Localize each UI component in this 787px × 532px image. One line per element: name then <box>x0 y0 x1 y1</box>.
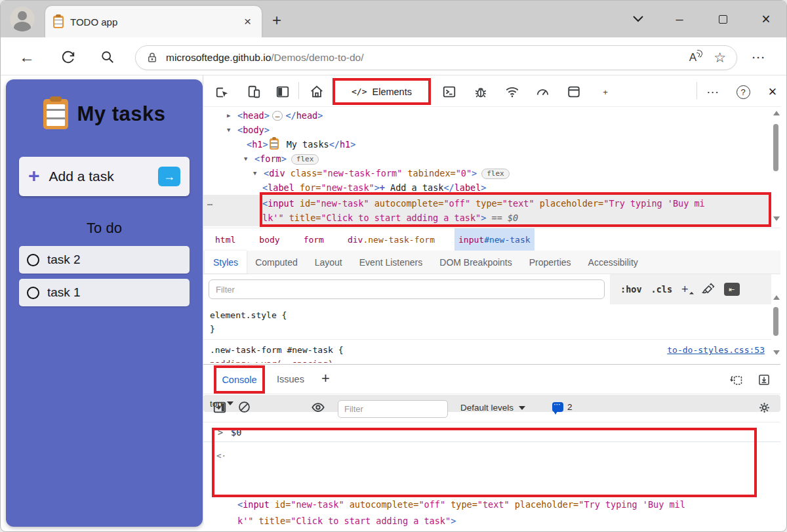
maximize-button[interactable] <box>712 10 734 28</box>
task-item[interactable]: task 2 <box>19 246 190 274</box>
tab-computed[interactable]: Computed <box>247 251 306 274</box>
breadcrumb-item[interactable]: div.new-task-form <box>344 228 439 251</box>
task-checkbox[interactable] <box>27 287 39 299</box>
console-messages-badge[interactable]: 2 <box>552 402 573 412</box>
tree-expander-icon[interactable]: ▼ <box>244 152 247 166</box>
console-drawer: Console Issues + top <box>203 364 780 523</box>
css-rule-selector[interactable]: .new-task-form #new-task { <box>210 343 344 357</box>
new-style-rule-icon[interactable]: + <box>681 283 693 297</box>
task-checkbox[interactable] <box>27 254 39 266</box>
brush-icon[interactable] <box>702 283 715 296</box>
tree-expander-icon[interactable]: ▼ <box>253 166 256 180</box>
new-tab-button[interactable]: + <box>272 11 281 30</box>
tab-accessibility[interactable]: Accessibility <box>580 251 647 274</box>
tab-issues[interactable]: Issues <box>277 365 304 394</box>
drawer-more-tabs-icon[interactable]: + <box>321 370 330 387</box>
dom-tree-scrollbar[interactable] <box>771 108 780 228</box>
task-item[interactable]: task 1 <box>19 279 190 306</box>
console-output: > $0 <· <input id="new-task" autocomplet… <box>203 422 780 524</box>
profile-avatar[interactable] <box>10 7 35 31</box>
computed-sidebar-toggle-icon[interactable]: ⇤ <box>724 283 740 296</box>
tab-strip: TODO app × + – × <box>1 1 787 37</box>
tab-list-chevron-icon[interactable] <box>627 10 649 28</box>
network-conditions-icon[interactable] <box>502 82 522 102</box>
task-label: task 1 <box>47 285 81 300</box>
dock-side-icon[interactable] <box>273 82 293 102</box>
return-value-icon: <· <box>216 447 226 464</box>
styles-filter-row: :hov .cls + ⇤ <box>203 274 780 304</box>
dom-row-actions-icon[interactable]: … <box>207 195 213 209</box>
navigation-bar: ← microsoftedge.github.io/Demos/demo-to-… <box>1 37 787 75</box>
expand-drawer-icon[interactable] <box>756 371 773 388</box>
tab-styles[interactable]: Styles <box>205 251 247 274</box>
dom-tree-row[interactable]: ▼<form>flex <box>203 152 771 166</box>
todo-section-heading: To do <box>6 220 203 237</box>
dom-tree-row[interactable]: ▼<div class="new-task-form" tabindex="0"… <box>203 166 771 180</box>
tab-properties[interactable]: Properties <box>521 251 580 274</box>
breadcrumb-item[interactable]: body <box>255 228 283 251</box>
add-task-field[interactable]: + Add a task → <box>19 157 190 196</box>
home-icon[interactable] <box>307 82 327 102</box>
issues-bug-icon[interactable] <box>471 82 491 102</box>
tab-close-icon[interactable]: × <box>241 14 254 29</box>
tab-elements[interactable]: </> Elements <box>333 78 431 105</box>
console-filter-input[interactable] <box>338 400 448 418</box>
live-expression-eye-icon[interactable] <box>311 400 325 415</box>
submit-task-button[interactable]: → <box>158 167 180 186</box>
minimize-button[interactable]: – <box>668 10 691 28</box>
inline-style-selector[interactable]: element.style { <box>210 308 771 322</box>
stylesheet-link[interactable]: to-do-styles.css:53 <box>667 343 765 357</box>
console-result[interactable]: <· <input id="new-task" autocomplete="of… <box>203 442 780 532</box>
devtools-menu-icon[interactable]: ··· <box>704 82 723 102</box>
console-settings-gear-icon[interactable] <box>757 401 771 415</box>
devtools-close-icon[interactable]: × <box>763 82 782 102</box>
tab-title: TODO app <box>70 16 241 28</box>
more-tools-plus-icon[interactable]: + <box>595 82 615 102</box>
console-prompt-icon: > <box>218 427 223 438</box>
back-button[interactable]: ← <box>18 48 36 66</box>
styles-scrollbar[interactable] <box>771 277 780 364</box>
console-sidebar-icon[interactable] <box>212 400 227 415</box>
tab-dom-breakpoints[interactable]: DOM Breakpoints <box>431 251 520 274</box>
dom-tree-row[interactable]: …<input id="new-task" autocomplete="off"… <box>203 195 771 226</box>
tree-expander-icon[interactable]: ▶ <box>227 108 230 123</box>
browser-tab[interactable]: TODO app × <box>45 6 262 37</box>
dom-tree-row[interactable]: <h1> My tasks</h1> <box>203 137 771 152</box>
performance-icon[interactable] <box>533 82 552 102</box>
console-panel-icon[interactable] <box>439 82 459 102</box>
breadcrumb-item[interactable]: html <box>211 228 239 251</box>
url-text[interactable]: microsoftedge.github.io/Demos/demo-to-do… <box>166 52 689 64</box>
browser-menu-icon[interactable]: ··· <box>752 52 766 63</box>
read-aloud-icon[interactable]: A <box>689 51 696 64</box>
dom-tree-row[interactable]: ▼<body> <box>203 123 771 137</box>
help-icon[interactable]: ? <box>733 82 753 102</box>
search-icon[interactable] <box>98 48 117 66</box>
inspect-element-icon[interactable] <box>212 82 232 102</box>
tab-console[interactable]: Console <box>214 365 265 394</box>
drawer-layout-icon[interactable] <box>728 371 745 388</box>
console-input-echo[interactable]: > $0 <box>203 422 780 441</box>
tree-expander-icon[interactable]: ▼ <box>227 123 230 137</box>
tab-layout[interactable]: Layout <box>306 251 351 274</box>
window-close-button[interactable]: × <box>755 10 777 28</box>
devtools-panel: </> Elements + ··· ? × ▶ <box>203 75 780 523</box>
log-levels-dropdown[interactable]: Default levels <box>460 403 525 413</box>
tab-event-listeners[interactable]: Event Listeners <box>351 251 432 274</box>
breadcrumb-item[interactable]: form <box>300 228 328 251</box>
styles-filter-input[interactable] <box>209 279 605 299</box>
drawer-tab-bar: Console Issues + <box>203 365 780 394</box>
refresh-button[interactable] <box>59 48 77 66</box>
application-icon[interactable] <box>564 82 584 102</box>
address-bar[interactable]: microsoftedge.github.io/Demos/demo-to-do… <box>135 45 737 70</box>
clear-console-icon[interactable] <box>237 400 251 414</box>
dom-tree-row[interactable]: ▶<head>…</head> <box>203 108 771 123</box>
toggle-hover-state[interactable]: :hov <box>620 284 642 295</box>
dom-tree-row[interactable]: <label for="new-task">+ Add a task</labe… <box>203 180 771 195</box>
device-emulation-icon[interactable] <box>244 82 264 102</box>
breadcrumb-item[interactable]: input#new-task <box>454 228 535 251</box>
plus-icon: + <box>28 165 40 187</box>
app-title: My tasks <box>77 102 166 126</box>
chevron-down-icon <box>227 401 233 405</box>
toggle-class-editor[interactable]: .cls <box>651 284 673 295</box>
favorites-star-icon[interactable]: ☆ <box>714 50 726 66</box>
